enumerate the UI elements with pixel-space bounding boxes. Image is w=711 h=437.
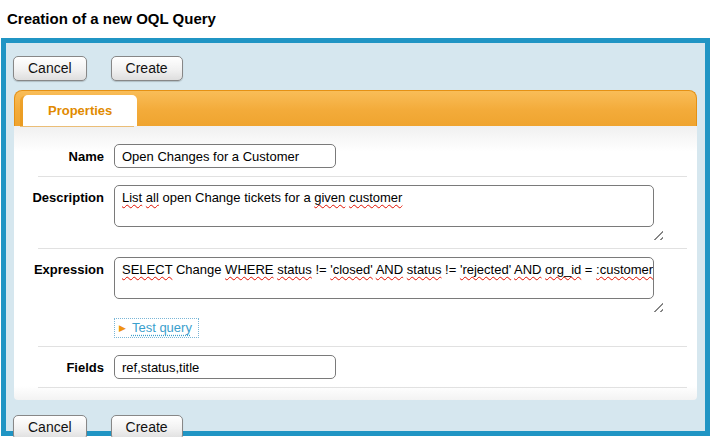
row-divider [38,176,687,177]
fields-input[interactable] [114,355,336,379]
row-divider [38,387,687,388]
name-input[interactable] [114,144,336,168]
page-title: Creation of a new OQL Query [0,0,711,37]
expression-textarea-wrap: SELECT Change WHERE status != 'closed' A… [114,257,654,338]
form-row-name: Name [14,138,697,174]
fields-label: Fields [14,355,114,375]
bottom-button-row: Cancel Create [6,400,705,437]
create-button-bottom[interactable]: Create [111,415,183,437]
expression-textarea[interactable]: SELECT Change WHERE status != 'closed' A… [114,257,654,299]
resize-grip-icon[interactable] [653,230,663,240]
create-button-top[interactable]: Create [111,56,183,81]
properties-form: Name Description List all open Change ti… [14,126,697,400]
top-button-row: Cancel Create [6,43,705,81]
form-row-expression: Expression SELECT Change WHERE status !=… [14,251,697,344]
description-textarea-wrap: List all open Change tickets for a given… [114,185,654,240]
name-label: Name [14,144,114,164]
cancel-button-bottom[interactable]: Cancel [13,415,87,437]
test-query-link[interactable]: ▶Test query [114,318,199,338]
test-query-label: Test query [132,320,192,335]
description-label: Description [14,185,114,205]
description-textarea[interactable]: List all open Change tickets for a given… [114,185,654,227]
expression-label: Expression [14,257,114,277]
creation-panel: Cancel Create Properties Name Descriptio… [1,38,710,436]
form-row-description: Description List all open Change tickets… [14,179,697,246]
form-row-fields: Fields [14,349,697,385]
triangle-right-icon: ▶ [119,323,126,333]
tab-properties[interactable]: Properties [23,95,137,126]
row-divider [38,248,687,249]
row-divider [38,346,687,347]
cancel-button-top[interactable]: Cancel [13,56,87,81]
resize-grip-icon[interactable] [653,302,663,312]
tab-bar: Properties [14,90,697,126]
